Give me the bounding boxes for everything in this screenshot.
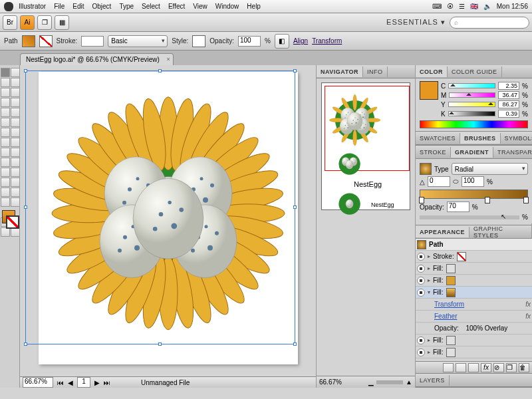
m-value[interactable]: 36.47: [498, 91, 519, 99]
k-slider[interactable]: [448, 111, 495, 116]
document-tab[interactable]: NestEgg logo.ai* @ 66.67% (CMYK/Preview)…: [20, 53, 174, 65]
tab-stroke[interactable]: STROKE: [416, 147, 451, 158]
clear-icon[interactable]: ⊘: [493, 363, 504, 372]
stroke-width-input[interactable]: [81, 36, 104, 47]
slice-tool[interactable]: [11, 188, 20, 197]
menu-window[interactable]: Window: [215, 3, 239, 10]
volume-icon[interactable]: 🔈: [483, 3, 491, 10]
handle-tc[interactable]: [158, 69, 162, 72]
fill-swatch[interactable]: [22, 35, 35, 47]
recolor-icon[interactable]: ◧: [275, 34, 289, 49]
workspace-switcher[interactable]: ESSENTIALS ▾: [386, 18, 446, 27]
tab-brushes[interactable]: BRUSHES: [460, 133, 501, 144]
menu-type[interactable]: Type: [119, 3, 134, 10]
rotate-tool[interactable]: [1, 128, 10, 137]
airport-icon[interactable]: ☰: [459, 3, 465, 10]
visibility-toggle[interactable]: [417, 277, 425, 285]
search-input[interactable]: ⌕: [450, 17, 529, 29]
zoom-in-icon[interactable]: ▲: [406, 378, 412, 386]
handle-ml[interactable]: [24, 205, 27, 209]
fx-icon[interactable]: fx: [525, 313, 531, 320]
gradient-stop-1[interactable]: [419, 197, 424, 203]
free-transform-tool[interactable]: [11, 138, 20, 147]
paintbrush-tool[interactable]: [1, 108, 10, 117]
clock[interactable]: Mon 12:56: [497, 3, 528, 10]
tab-color-guide[interactable]: COLOR GUIDE: [448, 66, 502, 77]
graphic-style-swatch[interactable]: [192, 35, 205, 47]
symbol-sprayer-tool[interactable]: [1, 148, 10, 157]
blend-tool[interactable]: [11, 168, 20, 177]
gradient-swatch[interactable]: [420, 163, 432, 175]
eyedropper-tool[interactable]: [1, 168, 10, 177]
grad-opacity-input[interactable]: 70: [447, 201, 469, 212]
canvas[interactable]: 66.67% ⏮ ◀ 1 ▶ ⏭ Unmanaged File: [20, 65, 316, 388]
zoom-input[interactable]: 66.67%: [23, 377, 53, 388]
scale-tool[interactable]: [11, 128, 20, 137]
zoom-out-icon[interactable]: ▁: [368, 378, 374, 386]
illustrator-icon[interactable]: Ai: [20, 15, 35, 30]
spectrum-bar[interactable]: [420, 120, 528, 128]
pencil-tool[interactable]: [11, 108, 20, 117]
fill-row-swatch[interactable]: [446, 348, 456, 357]
opacity-input[interactable]: 100: [238, 36, 261, 47]
gradient-stop-2[interactable]: [485, 197, 490, 203]
handle-bl[interactable]: [24, 342, 27, 346]
brush-dropdown[interactable]: Basic: [108, 35, 168, 47]
zoom-slider[interactable]: [376, 380, 403, 384]
color-swatch[interactable]: [420, 81, 438, 100]
fill-row-swatch[interactable]: [446, 336, 456, 345]
menu-file[interactable]: File: [54, 3, 65, 10]
lasso-tool[interactable]: [11, 78, 20, 87]
apple-icon[interactable]: [4, 2, 13, 11]
visibility-toggle[interactable]: [417, 348, 425, 356]
fx-icon[interactable]: fx: [525, 301, 531, 308]
flag-icon[interactable]: 🇬🇧: [470, 3, 478, 10]
c-slider[interactable]: [448, 83, 495, 88]
nav-next-icon[interactable]: ▶: [94, 379, 100, 386]
gradient-stop-3[interactable]: [523, 197, 529, 203]
fill-row-swatch[interactable]: [446, 264, 456, 273]
arrange-icon[interactable]: ▦: [55, 15, 69, 30]
stroke-swatch[interactable]: [39, 35, 53, 47]
bridge-alt-icon[interactable]: ❐: [37, 15, 52, 30]
menu-view[interactable]: View: [193, 3, 207, 10]
tab-layers[interactable]: LAYERS: [416, 375, 450, 386]
y-slider[interactable]: [448, 102, 495, 107]
handle-mr[interactable]: [293, 205, 297, 209]
nav-last-icon[interactable]: ⏭: [104, 379, 110, 386]
gradient-tool[interactable]: [11, 158, 20, 167]
pen-tool[interactable]: [1, 88, 10, 97]
align-link[interactable]: Align: [293, 37, 308, 45]
angle-input[interactable]: 0: [428, 176, 450, 187]
tab-transparency[interactable]: TRANSPARE: [493, 147, 532, 158]
tab-symbols[interactable]: SYMBOLS: [501, 133, 532, 144]
hand-tool[interactable]: [1, 198, 10, 207]
line-tool[interactable]: [1, 98, 10, 107]
bridge-icon[interactable]: Br: [3, 15, 17, 30]
m-slider[interactable]: [449, 92, 495, 98]
stroke-row-swatch[interactable]: [457, 252, 466, 261]
tab-gradient[interactable]: GRADIENT: [451, 147, 493, 158]
visibility-toggle[interactable]: [417, 253, 425, 261]
magic-wand-tool[interactable]: [1, 78, 10, 87]
tab-info[interactable]: INFO: [363, 66, 388, 77]
menu-edit[interactable]: Edit: [72, 3, 84, 10]
mesh-tool[interactable]: [1, 158, 10, 167]
opacity-line-value[interactable]: 100% Overlay: [466, 325, 507, 332]
add-fill-icon[interactable]: [468, 363, 479, 372]
y-value[interactable]: 86.27: [498, 100, 519, 108]
feather-effect[interactable]: Feather: [434, 313, 457, 320]
zoom-tool[interactable]: [11, 198, 20, 207]
bluetooth-icon[interactable]: ⦿: [447, 3, 454, 10]
blob-brush-tool[interactable]: [1, 118, 10, 127]
tab-color[interactable]: COLOR: [416, 66, 448, 77]
new-art-icon[interactable]: [443, 363, 454, 372]
add-stroke-icon[interactable]: [456, 363, 466, 372]
artboard-nav-input[interactable]: 1: [77, 377, 90, 388]
tab-navigator[interactable]: NAVIGATOR: [317, 66, 363, 77]
navigator-body[interactable]: NestEgg NestEgg: [317, 78, 415, 376]
artboard-tool[interactable]: [1, 188, 10, 197]
c-value[interactable]: 2.35: [498, 82, 519, 90]
add-effect-icon[interactable]: fx: [481, 363, 491, 372]
nav-first-icon[interactable]: ⏮: [57, 379, 64, 386]
